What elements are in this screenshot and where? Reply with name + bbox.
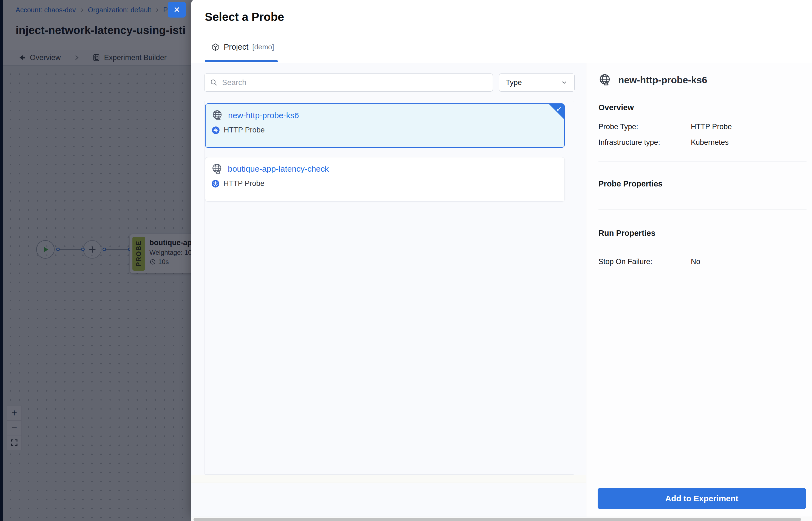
section-probe-properties: Probe Properties [599,179,663,188]
modal-tabbar: Project [demo] [191,0,812,62]
chevron-down-icon [561,79,568,86]
check-icon: ✓ [556,105,562,114]
detail-row: Probe Type: HTTP Probe [599,122,798,131]
close-icon[interactable]: ✕ [168,2,186,18]
http-probe-globe-warning-icon [211,163,224,175]
search-icon [210,79,218,86]
probe-name-link[interactable]: boutique-app-latency-check [228,164,329,174]
probe-list-item[interactable]: boutique-app-latency-check HTTP Probe [205,157,565,202]
kubernetes-icon [211,180,219,188]
list-footer-strip [191,475,586,483]
select-probe-modal: ✕ Select a Probe Project [demo] Type [191,0,812,517]
http-probe-globe-warning-icon [212,109,224,121]
probe-type-label: HTTP Probe [224,126,265,134]
app-root: Account: chaos-dev Organization: default… [0,0,812,521]
http-probe-globe-warning-icon [599,73,612,87]
search-input[interactable] [222,78,487,87]
section-overview: Overview [599,103,634,112]
detail-row: Stop On Failure: No [599,257,798,266]
active-tab-indicator [205,60,278,62]
row-label: Probe Type: [599,122,691,131]
divider [599,161,807,162]
detail-row: Infrastructure type: Kubernetes [599,138,798,147]
divider [599,209,807,209]
tab-project-scope[interactable]: Project [demo] [211,43,274,51]
row-value: HTTP Probe [691,122,732,131]
section-run-properties: Run Properties [599,229,655,238]
probe-list-item-selected[interactable]: ✓ new-http-probe-ks6 [205,104,565,148]
horizontal-scrollbar [191,517,812,521]
kubernetes-icon [212,126,220,134]
probe-list: ✓ new-http-probe-ks6 [204,101,574,475]
add-to-experiment-button[interactable]: Add to Experiment [598,488,806,509]
row-label: Stop On Failure: [599,257,691,266]
type-filter-dropdown[interactable]: Type [499,73,575,92]
detail-probe-name: new-http-probe-ks6 [618,74,707,86]
search-box [204,73,493,92]
probe-name-link[interactable]: new-http-probe-ks6 [228,111,299,120]
probe-detail-panel: new-http-probe-ks6 Overview Probe Type: … [586,63,812,517]
probe-list-panel: Type ✓ new-http-probe-ks6 [191,63,586,517]
scrollbar-thumb[interactable] [193,518,801,521]
row-label: Infrastructure type: [599,138,691,147]
row-value: Kubernetes [691,138,729,147]
cube-icon [211,43,220,51]
probe-type-label: HTTP Probe [224,179,264,188]
row-value: No [691,257,700,266]
